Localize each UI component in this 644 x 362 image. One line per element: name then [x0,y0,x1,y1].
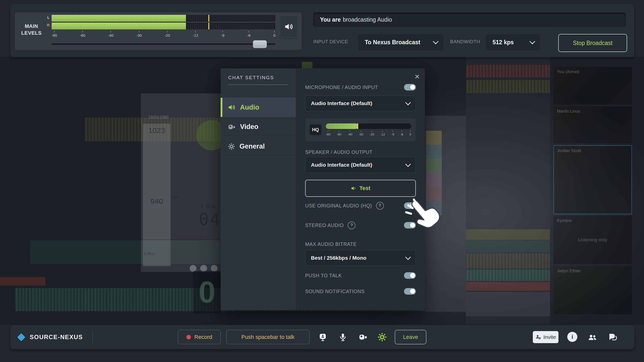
chevron-down-icon [405,100,411,105]
stop-broadcast-button[interactable]: Stop Broadcast [558,34,627,52]
db-tick: -40 [108,31,114,37]
speaker-icon [284,22,294,31]
push-to-talk-button[interactable]: Push spacebar to talk [226,330,310,344]
monitor-mute-button[interactable] [280,15,298,38]
tab-video-label: Video [240,123,258,131]
bandwidth-label: BANDWIDTH [450,39,480,44]
peak-indicator [208,23,209,29]
tab-audio-label: Audio [240,104,259,111]
input-device-select[interactable]: To Nexus Broadcast [358,34,443,50]
microphone-icon[interactable] [338,332,348,342]
bandwidth-select[interactable]: 512 kps [486,34,540,50]
settings-gear-icon[interactable] [377,332,387,342]
close-icon[interactable]: ✕ [414,73,420,81]
db-tick: -6 [400,131,404,136]
chevron-down-icon [405,161,411,167]
broadcast-top-bar: MAIN LEVELS L R -80-60-40-30-20-12-9-60 [10,4,634,57]
db-tick: -60 [80,31,85,37]
tab-audio[interactable]: Audio [221,98,296,117]
level-meter-right [52,23,275,29]
use-original-audio-toggle[interactable] [404,202,416,209]
push-to-talk-label: PUSH TO TALK [305,273,342,279]
push-to-talk-toggle[interactable] [404,272,416,279]
camera-icon [228,123,236,131]
info-glyph: i [572,334,573,340]
peak-indicator [208,15,209,22]
db-scale: -80-60-40-30-20-12-9-60 [52,31,275,37]
participants-icon[interactable] [587,332,598,343]
call-control-bar: SOURCE-NEXUS Record Push spacebar to tal… [10,325,634,349]
input-level-meter [326,123,411,129]
db-tick: -20 [165,31,170,37]
status-rest: broadcasting Audio [343,16,392,23]
meter-fill [52,23,186,29]
level-meter-left [52,15,275,22]
db-tick: -80 [326,131,331,136]
sound-notifications-label: SOUND NOTIFICATIONS [305,289,365,294]
brand-diamond-icon [17,333,25,341]
help-icon[interactable]: ? [376,202,384,210]
input-device-label: INPUT DEVICE [313,39,348,44]
help-icon[interactable]: ? [348,221,355,229]
db-scale: -80-60-40-30-20-12-9-60 [326,131,411,136]
db-tick: -12 [380,131,385,136]
db-tick: -40 [348,131,352,136]
db-tick: -9 [391,131,394,136]
db-tick: -9 [221,31,224,37]
chat-icon[interactable] [607,332,618,343]
input-level-meter-box: HQ -80-60-40-30-20-12-9-60 [305,118,416,141]
stereo-audio-label: STEREO AUDIO [305,222,344,228]
bitrate-select[interactable]: Best / 256kbps / Mono [305,250,416,266]
camera-icon[interactable] [358,332,368,342]
input-device-value: To Nexus Broadcast [365,39,420,46]
record-label: Record [194,334,212,340]
audio-settings-panel: ✕ MICROPHONE / AUDIO INPUT Audio Interfa… [296,68,425,310]
test-speaker-button[interactable]: Test [305,180,416,197]
title-rule [228,84,288,85]
settings-sidebar: CHAT SETTINGS Audio Video [221,68,296,310]
meter-fill [52,15,186,22]
mic-input-label: MICROPHONE / AUDIO INPUT [305,84,378,90]
db-tick: -6 [247,31,251,37]
push-to-talk-button-label: Push spacebar to talk [241,334,295,340]
main-levels-label: MAIN LEVELS [17,23,46,36]
speaker-device-value: Audio Interface (Default) [311,162,372,168]
gear-icon [228,143,235,150]
use-original-audio-label: USE ORIGINAL AUDIO (HQ) [305,203,372,209]
test-button-label: Test [359,185,371,192]
tab-general[interactable]: General [221,137,296,156]
hq-badge: HQ [310,124,321,135]
meter-fill [326,123,358,129]
db-tick: -60 [337,131,341,136]
mic-device-value: Audio Interface (Default) [311,100,372,106]
invite-button[interactable]: Invite [533,331,558,343]
info-icon[interactable]: i [567,332,577,342]
app-window: 1920x1080 1023 940 1.33.1 FRA 04 1.78.1 … [0,0,644,362]
record-button[interactable]: Record [178,330,221,344]
db-tick: -12 [193,31,198,37]
speaker-device-select[interactable]: Audio Interface (Default) [305,157,416,173]
master-volume-slider[interactable] [52,43,275,45]
mic-device-select[interactable]: Audio Interface (Default) [305,96,416,111]
mic-input-toggle[interactable] [404,84,416,90]
db-tick: -20 [370,131,374,136]
broadcast-status-field[interactable]: You are broadcasting Audio [313,12,626,27]
stereo-audio-toggle[interactable] [404,222,416,229]
tab-video[interactable]: Video [221,117,296,137]
leave-button[interactable]: Leave [395,330,426,344]
bitrate-value: Best / 256kbps / Mono [311,255,367,261]
screen-share-icon[interactable] [318,332,328,342]
modal-title: CHAT SETTINGS [228,75,274,80]
divider [92,331,93,343]
stop-broadcast-label: Stop Broadcast [573,40,612,47]
chevron-down-icon [433,38,439,44]
db-tick: 0 [410,131,411,136]
person-add-icon [535,334,541,340]
speaker-output-label: SPEAKER / AUDIO OUTPUT [305,149,373,155]
db-tick: 0 [273,31,275,37]
sound-notifications-toggle[interactable] [404,288,416,295]
db-tick: -80 [52,31,57,37]
record-dot-icon [186,335,191,339]
invite-label: Invite [543,334,556,340]
volume-slider-handle[interactable] [253,40,267,48]
